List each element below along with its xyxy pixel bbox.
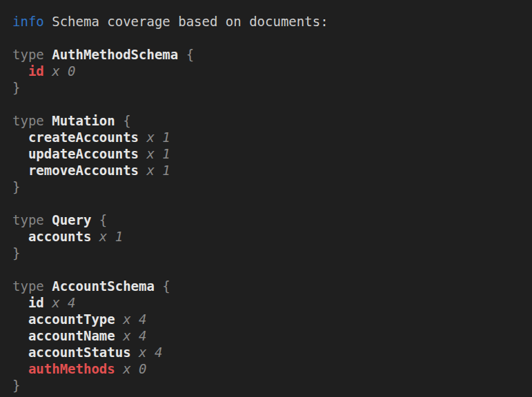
uncovered-field-name: authMethods — [28, 361, 115, 376]
terminal-line: updateAccounts x 1 — [12, 145, 525, 162]
type-or-field-name: updateAccounts — [28, 146, 139, 161]
text — [12, 146, 28, 161]
brace: { — [115, 113, 131, 128]
type-keyword: type — [12, 278, 52, 294]
usage-count: x 4 — [131, 345, 163, 360]
terminal-line: } — [12, 245, 525, 261]
terminal-line — [12, 195, 525, 212]
terminal-line: accountStatus x 4 — [12, 344, 525, 360]
usage-count: x 1 — [139, 146, 170, 161]
text — [12, 345, 28, 360]
brace: { — [155, 278, 170, 294]
terminal-line: accountName x 4 — [12, 327, 525, 344]
terminal-line: id x 0 — [12, 63, 525, 79]
type-or-field-name: Query — [52, 212, 91, 227]
terminal-line: authMethods x 0 — [12, 360, 525, 377]
text — [12, 229, 28, 244]
text — [12, 63, 28, 79]
type-or-field-name: createAccounts — [28, 130, 139, 145]
terminal-line — [12, 30, 525, 46]
usage-count: x 1 — [139, 163, 170, 178]
terminal-line: type AuthMethodSchema { — [12, 46, 525, 63]
brace: { — [91, 212, 107, 227]
info-label: info — [12, 14, 44, 29]
type-or-field-name: Mutation — [52, 113, 115, 128]
terminal-line — [12, 261, 525, 278]
terminal-line — [12, 96, 525, 112]
usage-count: x 4 — [44, 295, 76, 310]
terminal-line: removeAccounts x 1 — [12, 162, 525, 179]
terminal-line: } — [12, 179, 525, 195]
type-or-field-name: accountName — [28, 328, 115, 343]
type-or-field-name: AuthMethodSchema — [52, 47, 178, 62]
text — [12, 312, 28, 327]
terminal-line: type Query { — [12, 212, 525, 228]
type-or-field-name: accountType — [28, 312, 115, 327]
brace: } — [12, 80, 20, 95]
usage-count: x 0 — [44, 63, 76, 79]
type-or-field-name: id — [28, 295, 44, 310]
usage-count: x 4 — [115, 328, 147, 343]
text — [12, 130, 28, 145]
type-keyword: type — [12, 212, 52, 227]
text — [12, 328, 28, 343]
terminal-line: createAccounts x 1 — [12, 129, 525, 145]
type-keyword: type — [12, 113, 52, 128]
type-keyword: type — [12, 47, 52, 62]
terminal-line: } — [12, 79, 525, 96]
brace: } — [12, 179, 20, 194]
terminal-line: } — [12, 377, 525, 394]
type-or-field-name: accounts — [28, 229, 92, 244]
terminal-line: accounts x 1 — [12, 228, 525, 245]
usage-count: x 1 — [91, 229, 123, 244]
terminal-line: id x 4 — [12, 294, 525, 311]
usage-count: x 4 — [115, 312, 147, 327]
usage-count: x 1 — [139, 130, 170, 145]
text — [12, 361, 28, 376]
uncovered-field-name: id — [28, 63, 44, 79]
type-or-field-name: removeAccounts — [28, 163, 139, 178]
terminal-line: type Mutation { — [12, 112, 525, 129]
terminal-output[interactable]: info Schema coverage based on documents:… — [0, 0, 532, 397]
usage-count: x 0 — [115, 361, 147, 376]
text — [12, 295, 28, 310]
terminal-line: accountType x 4 — [12, 311, 525, 327]
terminal-line: info Schema coverage based on documents: — [12, 13, 525, 30]
text — [12, 163, 28, 178]
text: Schema coverage based on documents: — [44, 14, 328, 29]
type-or-field-name: accountStatus — [28, 345, 131, 360]
brace: } — [12, 245, 20, 261]
type-or-field-name: AccountSchema — [52, 278, 155, 294]
brace: } — [12, 378, 20, 393]
brace: { — [178, 47, 194, 62]
terminal-line: type AccountSchema { — [12, 278, 525, 294]
